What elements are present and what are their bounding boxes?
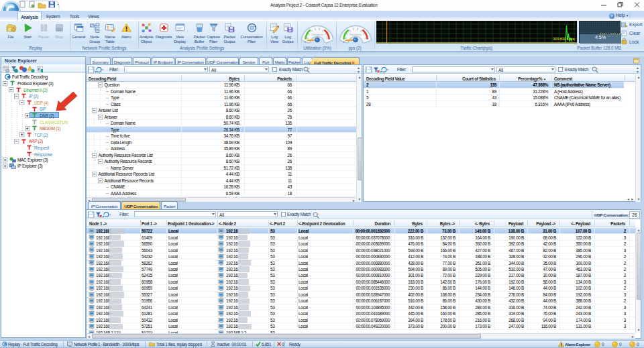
svg-text:Packets/s: Packets/s — [350, 33, 362, 36]
svg-text:Utilization: Utilization — [311, 33, 324, 36]
svg-text:0: 0 — [343, 41, 344, 44]
svg-text:303.830 Kbps: 303.830 Kbps — [553, 37, 575, 41]
svg-text:0: 0 — [305, 41, 306, 44]
